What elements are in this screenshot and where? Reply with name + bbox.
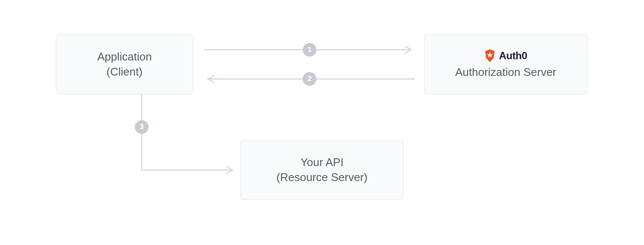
auth0-wordmark: Auth0 [499, 49, 527, 63]
auth0-brand-row: Auth0 [484, 49, 527, 63]
step-badge-1: 1 [303, 43, 316, 57]
auth0-shield-icon [484, 49, 495, 62]
box-client-line2: (Client) [106, 64, 143, 79]
box-client-line1: Application [97, 49, 152, 64]
box-api-line2: (Resource Server) [276, 170, 368, 185]
box-your-api: Your API (Resource Server) [240, 140, 404, 200]
step-badge-3-number: 3 [140, 123, 143, 131]
step-badge-2: 2 [303, 72, 316, 86]
box-api-line1: Your API [301, 155, 343, 170]
box-auth-server-label: Authorization Server [455, 65, 556, 80]
box-authorization-server: Auth0 Authorization Server [424, 34, 587, 94]
step-badge-1-number: 1 [307, 45, 311, 54]
arrow-step-3 [137, 94, 240, 176]
step-badge-3: 3 [135, 120, 149, 134]
box-application-client: Application (Client) [56, 34, 193, 94]
step-badge-2-number: 2 [307, 75, 311, 83]
